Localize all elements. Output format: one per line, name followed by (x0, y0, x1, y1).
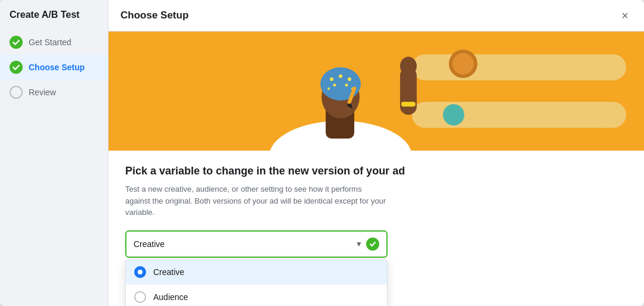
chevron-down-icon: ▼ (355, 240, 363, 248)
svg-rect-18 (401, 102, 416, 107)
dropdown-selected-text: Creative (134, 239, 165, 249)
radio-audience (134, 291, 146, 303)
hero-illustration (109, 32, 644, 151)
close-button[interactable]: × (618, 8, 632, 23)
modal-header-title: Choose Setup (120, 10, 188, 21)
section-title: Pick a variable to change in the new ver… (125, 165, 627, 177)
dropdown-check-badge (366, 238, 379, 251)
option-label-audience: Audience (153, 292, 188, 302)
sidebar-label-review: Review (29, 88, 56, 97)
svg-point-8 (339, 74, 342, 78)
section-description: Test a new creative, audience, or other … (125, 183, 388, 218)
radio-creative (134, 266, 146, 278)
sidebar: Create A/B Test Get Started Choose Setup… (0, 0, 109, 306)
svg-point-7 (330, 77, 333, 81)
dropdown-right-controls: ▼ (355, 238, 379, 251)
sidebar-label-choose-setup: Choose Setup (29, 63, 85, 72)
svg-point-21 (443, 104, 465, 126)
sidebar-item-choose-setup[interactable]: Choose Setup (0, 55, 108, 80)
modal-header: Choose Setup × (109, 0, 644, 32)
step-icon-choose-setup (10, 61, 23, 74)
sidebar-label-get-started: Get Started (29, 38, 72, 47)
dropdown-option-audience[interactable]: Audience (126, 285, 387, 307)
dropdown-value: Creative (134, 239, 355, 249)
variable-dropdown-menu: Creative Audience Placement (125, 259, 388, 307)
option-label-creative: Creative (153, 267, 184, 277)
svg-point-9 (348, 77, 351, 81)
dropdown-option-creative[interactable]: Creative (126, 260, 387, 285)
variable-dropdown-trigger[interactable]: Creative ▼ (125, 230, 388, 258)
sidebar-title: Create A/B Test (0, 10, 108, 30)
svg-point-11 (345, 84, 348, 87)
sidebar-item-get-started[interactable]: Get Started (0, 30, 108, 55)
ab-test-modal: Create A/B Test Get Started Choose Setup… (0, 0, 644, 306)
step-icon-get-started (10, 36, 23, 49)
step-icon-review (10, 86, 23, 99)
svg-point-20 (453, 53, 474, 74)
variable-dropdown-wrapper: Creative ▼ (125, 230, 388, 258)
svg-point-6 (320, 67, 361, 101)
svg-point-10 (333, 84, 336, 87)
svg-rect-1 (412, 54, 626, 80)
sidebar-item-review[interactable]: Review (0, 80, 108, 105)
content-area: Pick a variable to change in the new ver… (109, 151, 644, 306)
svg-point-12 (327, 88, 330, 90)
main-content: Choose Setup × (109, 0, 644, 306)
svg-point-17 (400, 57, 417, 76)
radio-inner-creative (138, 270, 143, 274)
